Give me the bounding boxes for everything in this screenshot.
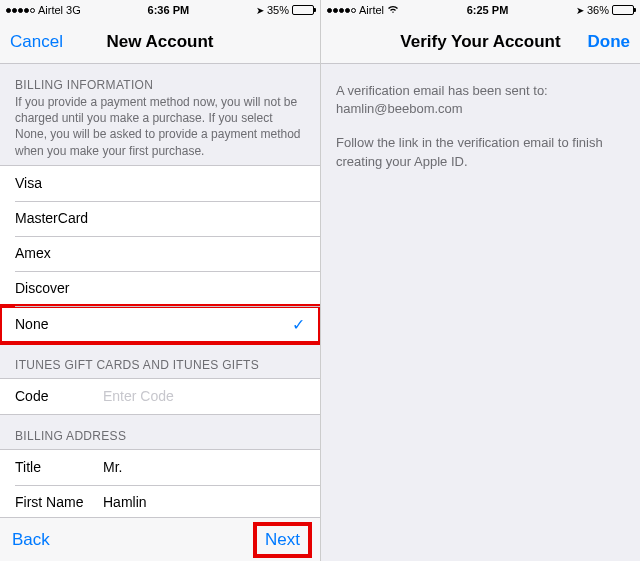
back-button[interactable]: Back	[12, 530, 50, 550]
field-value: Hamlin	[103, 494, 305, 510]
field-value: Mr.	[103, 459, 305, 475]
status-bar: Airtel 3G 6:36 PM ➤ 35%	[0, 0, 320, 20]
next-button[interactable]: Next	[265, 530, 300, 549]
verify-line2: Follow the link in the verification emai…	[336, 134, 625, 170]
wifi-icon	[387, 5, 399, 16]
next-button-highlight: Next	[257, 526, 308, 554]
battery-icon	[292, 5, 314, 15]
checkmark-icon: ✓	[292, 315, 305, 334]
field-label: Title	[15, 459, 103, 475]
battery-percent: 35%	[267, 4, 289, 16]
carrier-label: Airtel	[359, 4, 384, 16]
signal-dots-icon	[327, 8, 356, 13]
section-title: BILLING ADDRESS	[15, 429, 305, 443]
payment-option-visa[interactable]: Visa	[0, 166, 320, 201]
nav-bar: Cancel New Account	[0, 20, 320, 64]
gift-cards-header: ITUNES GIFT CARDS AND ITUNES GIFTS	[0, 344, 320, 378]
billing-info-header: BILLING INFORMATION If you provide a pay…	[0, 64, 320, 165]
done-button[interactable]: Done	[588, 32, 631, 52]
gift-code-label: Code	[15, 388, 103, 404]
option-label: Amex	[15, 245, 51, 261]
network-label: 3G	[66, 4, 81, 16]
field-label: First Name	[15, 494, 103, 510]
section-title: ITUNES GIFT CARDS AND ITUNES GIFTS	[15, 358, 305, 372]
verify-line1: A verification email has been sent to:	[336, 83, 548, 98]
content-scroll[interactable]: A verification email has been sent to: h…	[321, 64, 640, 561]
address-title-row[interactable]: Title Mr.	[0, 450, 320, 485]
section-subtitle: If you provide a payment method now, you…	[15, 94, 305, 159]
location-icon: ➤	[576, 5, 584, 16]
battery-icon	[612, 5, 634, 15]
content-scroll[interactable]: BILLING INFORMATION If you provide a pay…	[0, 64, 320, 517]
option-label: Visa	[15, 175, 42, 191]
payment-options-group: Visa MasterCard Amex Discover None ✓	[0, 165, 320, 344]
status-time: 6:25 PM	[467, 4, 509, 16]
verify-email: hamlin@beebom.com	[336, 101, 463, 116]
carrier-label: Airtel	[38, 4, 63, 16]
billing-address-group: Title Mr. First Name Hamlin Last Name Ro…	[0, 449, 320, 517]
status-time: 6:36 PM	[148, 4, 190, 16]
payment-option-mastercard[interactable]: MasterCard	[0, 201, 320, 236]
payment-option-none[interactable]: None ✓	[0, 306, 320, 343]
option-label: Discover	[15, 280, 69, 296]
signal-dots-icon	[6, 8, 35, 13]
location-icon: ➤	[256, 5, 264, 16]
section-title: BILLING INFORMATION	[15, 78, 305, 92]
gift-code-group: Code Enter Code	[0, 378, 320, 415]
bottom-toolbar: Back Next	[0, 517, 320, 561]
option-label: None	[15, 316, 48, 332]
gift-code-input[interactable]: Enter Code	[103, 388, 174, 404]
payment-option-amex[interactable]: Amex	[0, 236, 320, 271]
option-label: MasterCard	[15, 210, 88, 226]
battery-percent: 36%	[587, 4, 609, 16]
address-firstname-row[interactable]: First Name Hamlin	[0, 485, 320, 517]
status-bar: Airtel 6:25 PM ➤ 36%	[321, 0, 640, 20]
phone-right: Airtel 6:25 PM ➤ 36% Verify Your Account…	[320, 0, 640, 561]
cancel-button[interactable]: Cancel	[10, 32, 63, 52]
billing-address-header: BILLING ADDRESS	[0, 415, 320, 449]
verify-message: A verification email has been sent to: h…	[321, 64, 640, 189]
nav-bar: Verify Your Account Done	[321, 20, 640, 64]
gift-code-row[interactable]: Code Enter Code	[0, 379, 320, 414]
payment-option-discover[interactable]: Discover	[0, 271, 320, 306]
phone-left: Airtel 3G 6:36 PM ➤ 35% Cancel New Accou…	[0, 0, 320, 561]
